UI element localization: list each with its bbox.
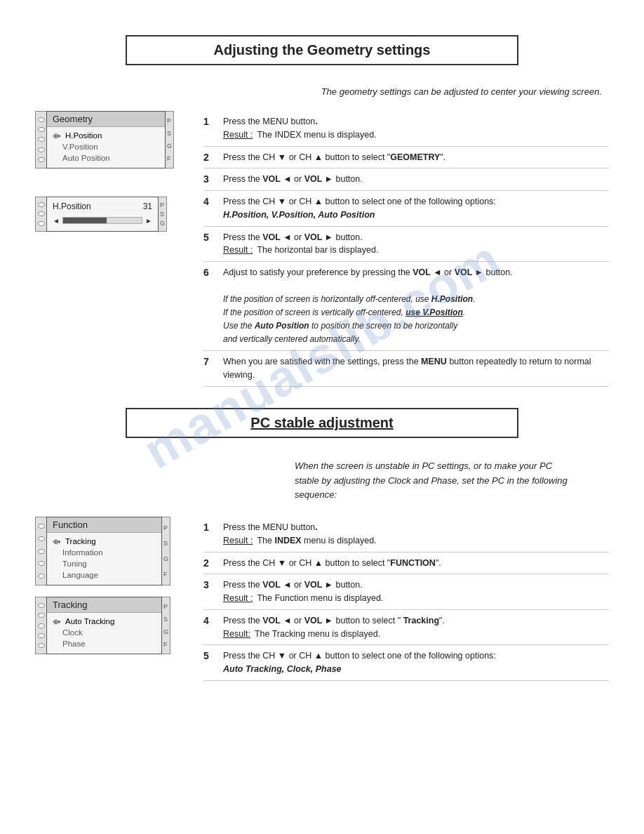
hpos-triangle-left: ◄: [53, 217, 60, 225]
geometry-step-5: 5 Press the VOL ◄ or VOL ► button. Resul…: [203, 227, 609, 263]
geometry-menu-with-spiral: Geometry H.Position V.Position Auto Posi…: [35, 111, 189, 168]
tracking-menu-with-spiral: Tracking Auto Tracking Clock Phase P S G: [35, 597, 189, 654]
pc-result-label-1: Result :: [223, 534, 253, 548]
page-container: manualslib.com Adjusting the Geometry se…: [0, 0, 644, 709]
step-content-3: Press the VOL ◄ or VOL ► button.: [223, 173, 609, 186]
result-text-5: The horizontal bar is displayed.: [257, 244, 378, 257]
geometry-step-2: 2 Press the CH ▼ or CH ▲ button to selec…: [203, 147, 609, 169]
pc-step-2: 2 Press the CH ▼ or CH ▲ button to selec…: [203, 552, 609, 575]
pc-stable-two-col: Function Tracking Information Tuning Lan…: [21, 517, 623, 681]
function-menu-item-tuning: Tuning: [53, 558, 156, 569]
geometry-menu-item-vposition: V.Position: [53, 141, 159, 152]
hpos-bar-container: [62, 217, 142, 224]
hpos-value: 31: [143, 201, 152, 211]
geometry-menu-header: Geometry: [47, 112, 165, 127]
spiral-label-f1: F: [167, 155, 172, 162]
geometry-title-wrapper: Adjusting the Geometry settings: [21, 35, 623, 65]
geometry-step-1: 1 Press the MENU button. Result : The IN…: [203, 111, 609, 147]
pc-stable-title-box: PC stable adjustment: [126, 408, 518, 438]
spiral-label-s2: S: [160, 211, 165, 218]
geometry-two-col: Geometry H.Position V.Position Auto Posi…: [21, 111, 623, 387]
pc-step-4: 4 Press the VOL ◄ or VOL ► button to sel…: [203, 610, 609, 646]
pc-result-label-4: Result:: [223, 628, 250, 641]
pc-stable-section: PC stable adjustment When the screen is …: [21, 408, 623, 681]
pc-stable-title: PC stable adjustment: [250, 415, 393, 431]
step-num-5: 5: [203, 232, 216, 258]
geometry-step-3: 3 Press the VOL ◄ or VOL ► button.: [203, 168, 609, 191]
step-content-2: Press the CH ▼ or CH ▲ button to select …: [223, 151, 609, 164]
function-menu-item-language: Language: [53, 569, 156, 581]
spiral-label-p3: P: [163, 524, 168, 531]
pc-result-label-3: Result :: [223, 592, 253, 605]
tracking-menu-item-clock: Clock: [53, 627, 156, 638]
pc-step-content-1: Press the MENU button. Result : The INDE…: [223, 521, 609, 548]
step-num-3: 3: [203, 173, 216, 186]
geometry-section: Adjusting the Geometry settings The geom…: [21, 35, 623, 387]
tracking-menu-items: Auto Tracking Clock Phase: [47, 613, 161, 654]
geometry-left-col: Geometry H.Position V.Position Auto Posi…: [35, 111, 189, 387]
geometry-intro: The geometry settings can be adjusted to…: [21, 79, 623, 104]
spiral-label-g4: G: [163, 628, 168, 635]
step-num-7: 7: [203, 356, 216, 382]
pc-step-num-4: 4: [203, 615, 216, 641]
function-menu-item-tracking: Tracking: [53, 536, 156, 547]
step-num-6: 6: [203, 267, 216, 346]
step-content-7: When you are satisfied with the settings…: [223, 355, 609, 382]
pc-step-num-1: 1: [203, 522, 216, 548]
tracking-menu-item-autotracking: Auto Tracking: [53, 616, 156, 627]
pc-step-1: 1 Press the MENU button. Result : The IN…: [203, 517, 609, 552]
pc-result-text-1: The INDEX menu is displayed.: [257, 534, 376, 548]
geometry-step-7: 7 When you are satisfied with the settin…: [203, 351, 609, 387]
pc-step-content-5: Press the CH ▼ or CH ▲ button to select …: [223, 649, 609, 676]
step-content-5: Press the VOL ◄ or VOL ► button. Result …: [223, 231, 609, 258]
function-menu-items: Tracking Information Tuning Language: [47, 533, 161, 585]
pc-stable-right-col: 1 Press the MENU button. Result : The IN…: [203, 517, 609, 681]
hpos-label: H.Position: [53, 201, 91, 211]
hpos-header: H.Position 31: [53, 201, 152, 211]
spiral-label-f4: F: [163, 641, 168, 648]
step-num-2: 2: [203, 152, 216, 164]
hpos-menu-with-spiral: H.Position 31 ◄ ►: [35, 197, 189, 232]
geometry-menu-items: H.Position V.Position Auto Position: [47, 127, 165, 168]
tracking-menu-item-phase: Phase: [53, 638, 156, 649]
spiral-label-s3: S: [163, 540, 168, 547]
step-num-4: 4: [203, 196, 216, 222]
hpos-bar-row: ◄ ►: [53, 214, 152, 227]
spiral-label-p2: P: [160, 201, 165, 208]
geometry-title: Adjusting the Geometry settings: [214, 42, 431, 58]
function-menu-item-information: Information: [53, 547, 156, 558]
pc-step-3: 3 Press the VOL ◄ or VOL ► button. Resul…: [203, 574, 609, 610]
pc-step-num-3: 3: [203, 579, 216, 605]
result-label-5: Result :: [223, 244, 253, 257]
pc-result-text-4: The Tracking menu is displayed.: [255, 628, 380, 641]
spiral-label-f3: F: [163, 571, 168, 578]
pc-step-content-2: Press the CH ▼ or CH ▲ button to select …: [223, 557, 609, 570]
step-content-4: Press the CH ▼ or CH ▲ button to select …: [223, 195, 609, 222]
hpos-bar-fill: [63, 218, 107, 223]
geometry-menu-item-autoposition: Auto Position: [53, 152, 159, 164]
pc-step-5: 5 Press the CH ▼ or CH ▲ button to selec…: [203, 645, 609, 681]
pc-stable-left-col: Function Tracking Information Tuning Lan…: [35, 517, 189, 681]
step-content-6: Adjust to satisfy your preference by pre…: [223, 266, 609, 346]
hpos-triangle-right: ►: [145, 217, 152, 225]
pc-stable-intro: When the screen is unstable in PC settin…: [21, 452, 623, 510]
geometry-step-6: 6 Adjust to satisfy your preference by p…: [203, 262, 609, 351]
spiral-label-g1: G: [167, 143, 172, 150]
result-text-1: The INDEX menu is displayed.: [257, 128, 376, 142]
geometry-title-box: Adjusting the Geometry settings: [126, 35, 518, 65]
result-label-1: Result :: [223, 128, 253, 142]
pc-result-text-3: The Function menu is displayed.: [257, 592, 383, 605]
geometry-menu-item-hposition: H.Position: [53, 130, 159, 141]
geometry-right-col: 1 Press the MENU button. Result : The IN…: [203, 111, 609, 387]
tracking-menu-header: Tracking: [47, 597, 161, 613]
step-num-1: 1: [203, 116, 216, 142]
spiral-label-g2: G: [160, 220, 165, 227]
spiral-label-g3: G: [163, 555, 168, 562]
spiral-label-p4: P: [163, 603, 168, 610]
function-menu-with-spiral: Function Tracking Information Tuning Lan…: [35, 517, 189, 585]
pc-step-num-2: 2: [203, 557, 216, 570]
spiral-label-p1: P: [167, 117, 172, 124]
pc-step-content-4: Press the VOL ◄ or VOL ► button to selec…: [223, 614, 609, 641]
pc-step-num-5: 5: [203, 650, 216, 676]
geometry-step-4: 4 Press the CH ▼ or CH ▲ button to selec…: [203, 191, 609, 227]
